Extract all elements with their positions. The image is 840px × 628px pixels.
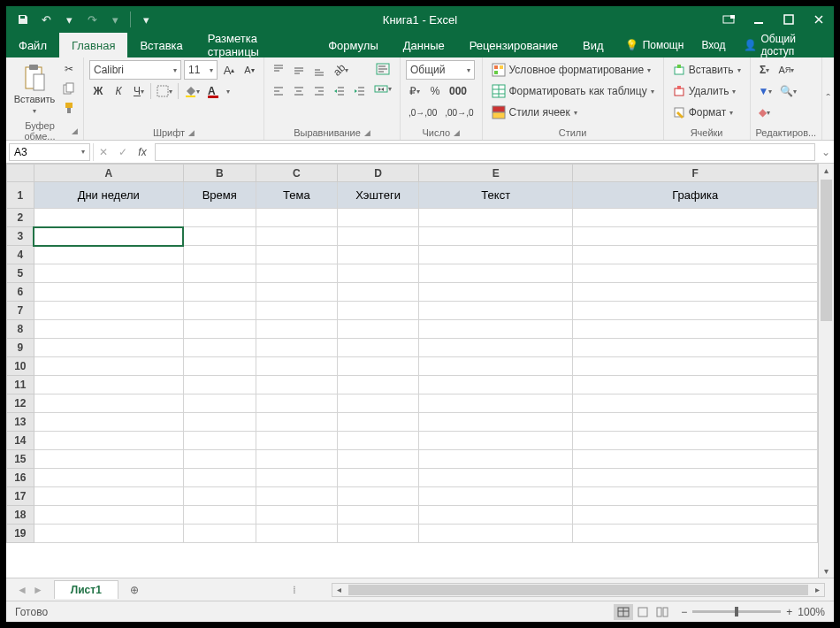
cell[interactable] <box>34 357 183 376</box>
cell[interactable] <box>34 376 183 394</box>
borders-button[interactable]: ▾ <box>154 82 175 100</box>
scrollbar-thumb[interactable] <box>821 180 832 321</box>
cell[interactable] <box>183 283 256 302</box>
zoom-in-button[interactable]: + <box>786 606 792 618</box>
cell[interactable] <box>573 394 818 413</box>
row-header[interactable]: 18 <box>7 506 34 525</box>
zoom-out-button[interactable]: − <box>681 606 687 618</box>
cell[interactable] <box>573 320 818 339</box>
cell[interactable] <box>337 302 418 320</box>
minimize-button[interactable] <box>744 6 774 33</box>
row-header[interactable]: 9 <box>7 339 34 357</box>
cell[interactable] <box>419 339 573 357</box>
cell[interactable] <box>337 487 418 506</box>
cell[interactable] <box>573 450 818 469</box>
cell[interactable] <box>419 487 573 506</box>
font-size-combo[interactable]: 11▾ <box>184 60 218 80</box>
cell[interactable] <box>256 487 337 506</box>
cell[interactable] <box>34 450 183 469</box>
cell[interactable] <box>256 376 337 394</box>
cell[interactable] <box>419 209 573 227</box>
row-header[interactable]: 11 <box>7 376 34 394</box>
find-button[interactable]: 🔍▾ <box>777 82 799 100</box>
col-header[interactable]: F <box>573 165 818 182</box>
cancel-formula-button[interactable]: ✕ <box>94 143 113 161</box>
cell[interactable] <box>419 246 573 264</box>
cell[interactable] <box>337 283 418 302</box>
col-header[interactable]: B <box>183 165 256 182</box>
cell[interactable] <box>419 413 573 432</box>
cell[interactable] <box>256 320 337 339</box>
cell[interactable] <box>337 413 418 432</box>
font-color-button[interactable]: A▾ <box>205 82 233 100</box>
cell[interactable] <box>256 413 337 432</box>
cell[interactable] <box>256 302 337 320</box>
next-sheet-icon[interactable]: ► <box>33 584 43 596</box>
cell-styles-button[interactable]: Стили ячеек▾ <box>488 103 658 122</box>
row-header[interactable]: 15 <box>7 450 34 469</box>
cell[interactable] <box>573 246 818 264</box>
tab-data[interactable]: Данные <box>391 33 457 57</box>
cell[interactable] <box>34 209 183 227</box>
cell[interactable] <box>256 432 337 450</box>
cell[interactable]: Текст <box>419 182 573 209</box>
cell[interactable] <box>573 209 818 227</box>
cell[interactable] <box>337 320 418 339</box>
fill-color-button[interactable]: ▾ <box>181 82 202 100</box>
cell[interactable] <box>183 506 256 525</box>
fx-button[interactable]: fx <box>133 143 152 161</box>
cell[interactable] <box>573 413 818 432</box>
row-header[interactable]: 17 <box>7 487 34 506</box>
cell[interactable] <box>256 525 337 543</box>
cell[interactable] <box>183 209 256 227</box>
merge-button[interactable]: ▾ <box>371 80 394 97</box>
conditional-formatting-button[interactable]: Условное форматирование▾ <box>488 60 658 80</box>
row-header[interactable]: 1 <box>7 182 34 209</box>
italic-button[interactable]: К <box>110 82 127 100</box>
sort-filter-button[interactable]: АЯ▾ <box>776 61 798 79</box>
col-header[interactable]: C <box>256 165 337 182</box>
format-painter-button[interactable] <box>60 99 78 117</box>
cell[interactable]: Хэштеги <box>337 182 418 209</box>
cell[interactable] <box>337 469 418 487</box>
shrink-font-button[interactable]: A▾ <box>241 61 258 79</box>
cell[interactable] <box>419 320 573 339</box>
cell[interactable] <box>337 432 418 450</box>
sheet-tab[interactable]: Лист1 <box>54 580 118 599</box>
cell[interactable] <box>419 227 573 246</box>
row-header[interactable]: 10 <box>7 357 34 376</box>
cell[interactable] <box>337 264 418 283</box>
cell[interactable] <box>337 376 418 394</box>
cell[interactable]: Время <box>183 182 256 209</box>
undo-dropdown-icon[interactable]: ▾ <box>61 11 77 27</box>
delete-cells-button[interactable]: Удалить▾ <box>669 81 745 101</box>
cell[interactable] <box>573 506 818 525</box>
cell[interactable] <box>573 264 818 283</box>
align-center-button[interactable] <box>290 82 308 100</box>
cell[interactable] <box>419 450 573 469</box>
grow-font-button[interactable]: A▴ <box>220 61 238 79</box>
cell[interactable] <box>183 376 256 394</box>
row-header[interactable]: 19 <box>7 525 34 543</box>
zoom-slider[interactable] <box>692 610 781 613</box>
vertical-scrollbar[interactable]: ▴ ▾ <box>818 164 834 578</box>
qat-customize-icon[interactable]: ▾ <box>138 11 154 27</box>
dialog-launcher-icon[interactable]: ◢ <box>72 126 78 135</box>
cell[interactable]: Графика <box>573 182 818 209</box>
select-all-corner[interactable] <box>7 165 34 182</box>
cell[interactable] <box>34 302 183 320</box>
cell[interactable] <box>183 264 256 283</box>
cell[interactable] <box>183 469 256 487</box>
cell[interactable] <box>337 525 418 543</box>
share-button[interactable]: 👤Общий доступ <box>735 33 834 57</box>
cell[interactable] <box>34 339 183 357</box>
decrease-indent-button[interactable] <box>331 82 348 100</box>
row-header[interactable]: 16 <box>7 469 34 487</box>
font-name-combo[interactable]: Calibri▾ <box>89 60 181 80</box>
bold-button[interactable]: Ж <box>89 82 107 100</box>
row-header[interactable]: 3 <box>7 227 34 246</box>
align-bottom-button[interactable] <box>310 61 328 79</box>
cell[interactable] <box>34 432 183 450</box>
cell[interactable] <box>573 376 818 394</box>
cell[interactable] <box>183 339 256 357</box>
